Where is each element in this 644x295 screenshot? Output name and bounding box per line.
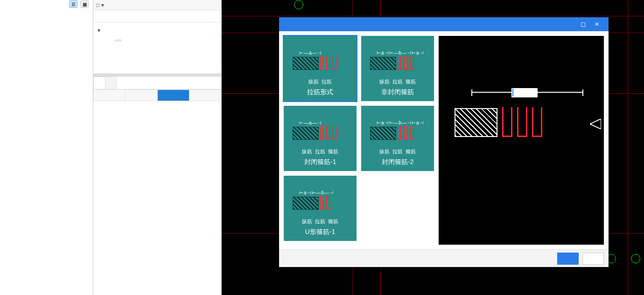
type-card[interactable]: ⊢a⊣⊢—b—⊣⊢a⊣纵筋拉筋箍筋非封闭箍筋 xyxy=(361,36,434,101)
preview-panel xyxy=(439,36,604,245)
maximize-icon[interactable]: ▢ xyxy=(576,21,590,27)
comp-child[interactable] xyxy=(115,40,121,41)
property-table xyxy=(93,89,221,101)
cards-column: ⊢—a—⊣纵筋拉筋拉筋形式⊢a⊣⊢—b—⊣⊢a⊣纵筋拉筋箍筋非封闭箍筋⊢—a—⊣… xyxy=(284,36,434,245)
dialog-titlebar[interactable]: ▢ ✕ xyxy=(279,17,609,31)
tree-view-toggle: ☰ ▦ xyxy=(69,0,89,8)
middle-column: □ ▾ ▾ xyxy=(93,0,222,295)
list-view-icon[interactable]: ☰ xyxy=(69,0,77,8)
component-toolbar: □ ▾ xyxy=(93,0,221,10)
search-input[interactable] xyxy=(93,10,221,22)
toolbar-new[interactable]: □ ▾ xyxy=(96,2,104,8)
cancel-button[interactable] xyxy=(582,253,604,265)
length-input[interactable] xyxy=(511,88,538,97)
col-name xyxy=(126,90,157,101)
component-instance-tree: ▾ xyxy=(93,22,221,74)
col-value xyxy=(157,90,189,101)
property-tabs xyxy=(93,76,221,89)
grid-view-icon[interactable]: ▦ xyxy=(80,0,89,8)
close-icon[interactable]: ✕ xyxy=(590,21,604,27)
ok-button[interactable] xyxy=(557,253,579,265)
tab-layers[interactable] xyxy=(105,76,117,89)
left-component-tree: ☰ ▦ xyxy=(0,0,93,295)
tab-properties[interactable] xyxy=(93,76,105,89)
axis-circle xyxy=(631,254,640,263)
axis-marker xyxy=(294,0,303,9)
type-card[interactable]: ⊢—a—⊣纵筋拉筋箍筋封闭箍筋-1 xyxy=(284,106,357,171)
type-card[interactable]: ⊢—a—⊣纵筋拉筋拉筋形式 xyxy=(284,36,357,101)
type-dialog: ▢ ✕ ⊢—a—⊣纵筋拉筋拉筋形式⊢a⊣⊢—b—⊣⊢a⊣纵筋拉筋箍筋非封闭箍筋⊢… xyxy=(279,17,609,267)
col-extra xyxy=(189,90,221,101)
dialog-footer xyxy=(279,249,609,267)
type-card[interactable]: ⊢a⊣⊢—b—⊣⊢a⊣纵筋拉筋箍筋封闭箍筋-2 xyxy=(361,106,434,171)
svg-marker-0 xyxy=(590,119,601,129)
type-card[interactable]: ⊢a⊣⊢—b—⊣纵筋拉筋箍筋U形箍筋-1 xyxy=(284,176,357,241)
